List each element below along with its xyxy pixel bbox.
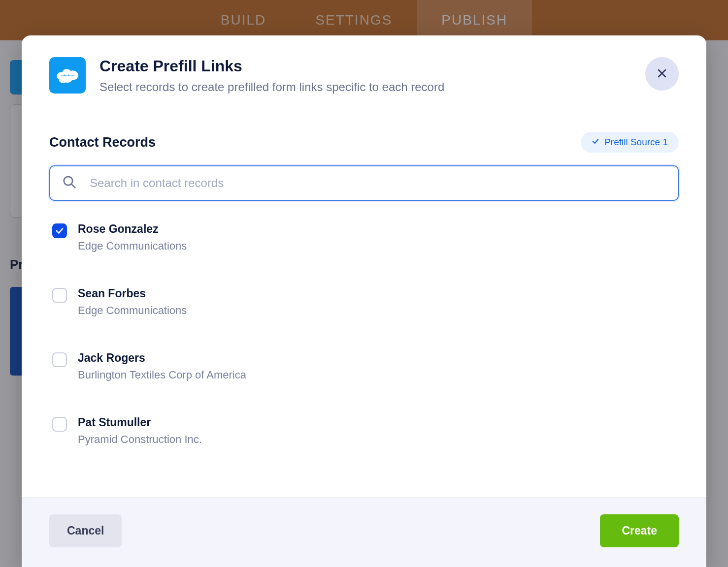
create-button[interactable]: Create [600, 514, 679, 547]
modal-header: salesforce Create Prefill Links Select r… [22, 35, 706, 112]
search-wrap [49, 165, 679, 201]
modal-subtitle: Select records to create prefilled form … [99, 80, 444, 94]
record-row[interactable]: Rose Gonzalez Edge Communications [52, 222, 679, 252]
record-name: Sean Forbes [78, 287, 187, 300]
record-name: Rose Gonzalez [78, 222, 187, 236]
record-text: Rose Gonzalez Edge Communications [78, 222, 187, 252]
records-list: Rose Gonzalez Edge Communications Sean F… [49, 222, 679, 461]
search-icon [62, 175, 77, 191]
record-row[interactable]: Sean Forbes Edge Communications [52, 287, 679, 317]
search-input[interactable] [49, 165, 679, 201]
close-icon [656, 67, 668, 81]
record-row[interactable]: Jack Rogers Burlington Textiles Corp of … [52, 351, 679, 381]
modal-heading-group: Create Prefill Links Select records to c… [99, 57, 444, 94]
record-sub: Edge Communications [78, 304, 187, 317]
record-sub: Edge Communications [78, 240, 187, 252]
modal-title: Create Prefill Links [99, 57, 444, 75]
cancel-button[interactable]: Cancel [49, 514, 122, 547]
record-checkbox[interactable] [52, 417, 67, 432]
record-checkbox[interactable] [52, 288, 67, 303]
close-button[interactable] [645, 57, 679, 91]
record-checkbox[interactable] [52, 352, 67, 367]
record-text: Pat Stumuller Pyramid Construction Inc. [78, 416, 202, 446]
svg-text:salesforce: salesforce [61, 74, 74, 77]
record-checkbox[interactable] [52, 223, 67, 238]
salesforce-icon: salesforce [49, 57, 86, 94]
prefill-source-pill[interactable]: Prefill Source 1 [581, 132, 679, 153]
record-name: Pat Stumuller [78, 416, 202, 429]
body-top-row: Contact Records Prefill Source 1 [49, 132, 679, 153]
record-sub: Pyramid Construction Inc. [78, 433, 202, 446]
record-name: Jack Rogers [78, 351, 246, 365]
modal-body: Contact Records Prefill Source 1 Rose Go… [22, 112, 706, 497]
svg-line-7 [71, 184, 75, 188]
record-text: Sean Forbes Edge Communications [78, 287, 187, 317]
modal-footer: Cancel Create [22, 497, 706, 567]
create-prefill-links-modal: salesforce Create Prefill Links Select r… [22, 35, 706, 567]
record-text: Jack Rogers Burlington Textiles Corp of … [78, 351, 246, 381]
record-sub: Burlington Textiles Corp of America [78, 369, 246, 381]
check-icon [592, 137, 599, 148]
record-row[interactable]: Pat Stumuller Pyramid Construction Inc. [52, 416, 679, 446]
svg-point-4 [59, 76, 67, 83]
section-title: Contact Records [49, 135, 156, 150]
pill-label: Prefill Source 1 [604, 137, 668, 148]
